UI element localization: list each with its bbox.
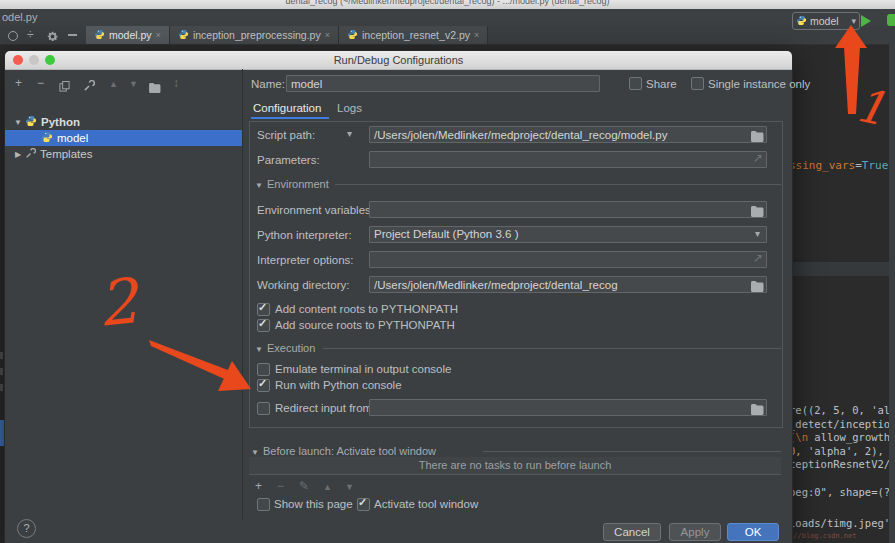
close-icon[interactable]: × [474, 30, 479, 40]
console-line: ceptionResnetV2/AuxLo [789, 458, 895, 470]
tree-item-templates[interactable]: ▶ Templates [5, 146, 242, 162]
active-tab-underline [251, 117, 329, 119]
sort-configurations-icon[interactable]: ↕ [173, 77, 179, 89]
code-line: ssing_vars=True [789, 159, 888, 172]
tab-configuration[interactable]: Configuration [253, 102, 321, 114]
chevron-down-icon[interactable]: ▾ [347, 128, 352, 140]
add-source-roots-label[interactable]: Add source roots to PYTHONPATH [275, 319, 455, 331]
python-icon [25, 115, 37, 129]
execution-section-label[interactable]: Execution [267, 342, 315, 354]
activate-tool-window-checkbox[interactable] [357, 498, 370, 511]
console-line: (\n allow_growth: true [789, 431, 895, 443]
working-directory-input[interactable] [369, 276, 767, 293]
ide-screen: dental_recog (~/Medlinker/medproject/den… [0, 0, 895, 543]
debug-button[interactable] [887, 14, 895, 26]
tab-inception-preprocessing-py[interactable]: inception_preprocessing.py × [170, 26, 339, 44]
zoom-traffic-light[interactable] [45, 55, 55, 65]
redirect-input-field[interactable] [369, 399, 767, 416]
close-traffic-light[interactable] [13, 55, 23, 65]
emulate-terminal-checkbox[interactable] [257, 363, 270, 376]
chevron-down-icon[interactable]: ▾ [755, 228, 760, 240]
share-checkbox[interactable] [629, 77, 642, 90]
copy-configuration-icon[interactable] [59, 78, 70, 96]
cancel-button[interactable]: Cancel [603, 523, 661, 541]
run-config-dropdown[interactable]: model ▾ [792, 12, 860, 30]
add-source-roots-checkbox[interactable] [257, 319, 270, 332]
code-eq: = [855, 159, 862, 172]
create-folder-icon[interactable] [149, 79, 161, 97]
remove-configuration-icon[interactable]: − [37, 77, 44, 89]
tool-stripe-mark [0, 368, 3, 375]
chevron-down-icon: ▾ [851, 16, 856, 26]
expand-field-icon[interactable]: ↗ [753, 252, 763, 264]
move-up-icon[interactable]: ▲ [323, 481, 332, 493]
tab-logs[interactable]: Logs [337, 102, 362, 114]
run-button[interactable] [861, 15, 871, 27]
console-line: _detect/inception_resne [789, 418, 895, 430]
add-content-roots-label[interactable]: Add content roots to PYTHONPATH [275, 303, 458, 315]
close-icon[interactable]: × [156, 30, 161, 40]
tab-model-py[interactable]: model.py × [86, 26, 170, 44]
section-divider [323, 348, 781, 349]
environment-section-label[interactable]: Environment [267, 178, 329, 190]
script-path-input[interactable] [369, 126, 767, 143]
run-with-python-console-label[interactable]: Run with Python console [275, 379, 402, 391]
redirect-input-checkbox[interactable] [257, 402, 270, 415]
apply-button[interactable]: Apply [669, 523, 721, 541]
expand-field-icon[interactable]: ↗ [753, 152, 763, 164]
edit-defaults-wrench-icon[interactable] [83, 78, 95, 96]
close-icon[interactable]: × [325, 30, 330, 40]
parameters-input[interactable] [369, 151, 767, 168]
hide-tabs-icon[interactable] [68, 34, 77, 36]
collapse-icon[interactable]: ▼ [13, 118, 23, 127]
tab-inception-resnet-v2-py[interactable]: inception_resnet_v2.py × [339, 26, 488, 44]
run-with-python-console-checkbox[interactable] [257, 379, 270, 392]
edit-task-icon[interactable]: ✎ [299, 480, 309, 492]
emulate-terminal-label[interactable]: Emulate terminal in output console [275, 363, 451, 375]
section-collapse-icon[interactable]: ▼ [255, 180, 263, 192]
single-instance-label[interactable]: Single instance only [708, 78, 810, 90]
console-text: allow_growth: true [808, 431, 895, 443]
remove-task-icon[interactable]: − [277, 480, 284, 492]
python-interpreter-select[interactable]: Project Default (Python 3.6 ) [369, 226, 767, 243]
expand-icon[interactable]: ▶ [13, 150, 23, 159]
console-escape-token: \n [795, 431, 808, 443]
redirect-input-label[interactable]: Redirect input from: [275, 402, 375, 414]
interpreter-options-input[interactable] [369, 251, 767, 268]
show-this-page-checkbox[interactable] [257, 498, 270, 511]
run-debug-configurations-dialog: Run/Debug Configurations + − ▲ ▼ ↕ ▼ Pyt… [4, 50, 793, 543]
show-this-page-label[interactable]: Show this page [274, 498, 353, 510]
environment-variables-input[interactable] [369, 201, 767, 218]
folder-browse-icon[interactable] [751, 203, 764, 221]
name-input[interactable] [286, 75, 600, 92]
minimize-traffic-light[interactable] [29, 55, 39, 65]
folder-browse-icon[interactable] [751, 401, 764, 419]
tab-label: model.py [109, 29, 152, 41]
section-divider [483, 451, 781, 452]
before-launch-section-label[interactable]: Before launch: Activate tool window [263, 445, 436, 457]
single-instance-checkbox[interactable] [691, 77, 704, 90]
add-task-icon[interactable]: + [255, 480, 262, 492]
gear-icon[interactable] [46, 29, 59, 47]
help-button[interactable]: ? [17, 519, 36, 538]
folder-browse-icon[interactable] [751, 128, 764, 146]
tree-item-model-selected[interactable]: model [5, 130, 242, 146]
editor-scrollbar[interactable] [889, 44, 895, 543]
add-configuration-icon[interactable]: + [15, 77, 22, 89]
folder-browse-icon[interactable] [751, 278, 764, 296]
ok-button[interactable]: OK [727, 523, 779, 541]
move-up-icon[interactable]: ▲ [109, 78, 118, 90]
activate-tool-window-label[interactable]: Activate tool window [374, 498, 478, 510]
move-down-icon[interactable]: ▼ [129, 78, 138, 90]
tree-item-python-group[interactable]: ▼ Python [5, 114, 242, 130]
arrow-1-shaft [844, 47, 860, 114]
interpreter-options-label: Interpreter options: [257, 254, 354, 266]
split-editor-icon[interactable]: ÷ [27, 29, 34, 41]
recent-files-icon[interactable] [8, 31, 18, 41]
section-divider [335, 184, 781, 185]
add-content-roots-checkbox[interactable] [257, 303, 270, 316]
section-collapse-icon[interactable]: ▼ [255, 344, 263, 356]
script-path-label: Script path: [257, 129, 315, 141]
move-down-icon[interactable]: ▼ [345, 481, 354, 493]
share-label[interactable]: Share [646, 78, 677, 90]
